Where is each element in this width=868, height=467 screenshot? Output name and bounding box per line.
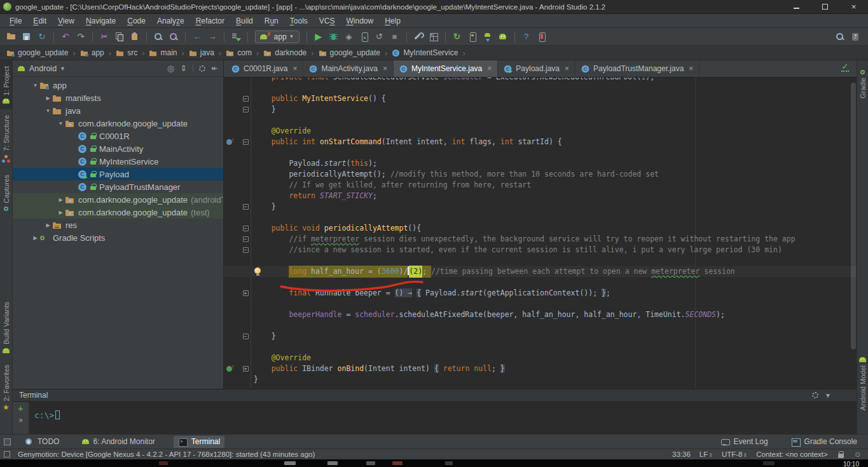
tab-myintentservice-java[interactable]: CMyIntentService.java× [394,60,498,77]
breadcrumb-item-google-update[interactable]: google_update [5,48,69,57]
settings-icon[interactable] [413,31,424,43]
tab-payloadtrustmanager-java[interactable]: CPayloadTrustManager.java× [575,60,699,77]
menu-item-help[interactable]: Help [379,15,406,27]
code-line[interactable]: + final Runnable beeper = () → { Payload… [224,288,857,299]
code-line[interactable]: − //if meterpreter session dies unexpect… [224,234,857,245]
tree-item-com-darknode-google-update-test[interactable]: ▶com.darknode.google_update(test) [13,206,223,219]
locate-icon[interactable]: ◎ [167,64,174,73]
code-line[interactable] [224,342,857,353]
tool-window-button-todo[interactable]: TODO [20,436,64,448]
collapse-all-icon[interactable]: ↞ [211,64,218,73]
tool-window-button-6-android-monitor[interactable]: 6: Android Monitor [78,436,159,447]
breadcrumb-item-java[interactable]: java [188,48,216,57]
paste-icon[interactable] [129,31,141,43]
breadcrumb-item-darknode[interactable]: darknode [262,48,308,57]
tab-c0001r-java[interactable]: CC0001R.java× [226,60,303,77]
tool-window-button-terminal[interactable]: Terminal [174,436,224,448]
tree-item-payloadtrustmanager[interactable]: CPayloadTrustManager [13,180,223,193]
fold-marker[interactable]: − [243,107,249,112]
tree-item-res[interactable]: ▶res [13,219,223,231]
fold-marker[interactable]: − [243,204,249,210]
close-icon[interactable]: × [689,65,693,72]
code-line[interactable] [224,83,857,93]
line-separator-selector[interactable]: LF⇕ [699,450,713,458]
menu-item-code[interactable]: Code [121,15,151,27]
caret-position[interactable]: 33:36 [672,450,691,458]
tree-item-c0001r[interactable]: CC0001R [13,130,223,142]
intention-bulb-icon[interactable] [254,267,261,274]
expand-arrow-icon[interactable]: ▶ [43,222,53,228]
copy-icon[interactable] [114,31,125,43]
code-line[interactable]: // If we get killed, after returning fro… [224,180,857,191]
close-icon[interactable]: × [293,65,297,72]
search-everywhere-icon[interactable] [834,31,846,43]
maximize-button[interactable] [811,0,839,13]
project-structure-icon[interactable] [428,31,439,43]
overrides-method-icon[interactable] [226,366,232,372]
gradle-sync-icon[interactable]: ↻ [451,31,463,43]
tree-item-payload[interactable]: CPayload [13,168,223,180]
forward-icon[interactable]: → [207,31,218,43]
save-all-icon[interactable] [21,31,32,43]
tool-window-button-gradle-console[interactable]: Gradle Console [787,436,862,448]
gear-icon[interactable] [199,65,205,72]
replace-icon[interactable] [168,31,179,43]
tool-window-switcher-icon[interactable] [4,438,11,445]
minimize-button[interactable] [782,0,811,13]
close-icon[interactable]: × [487,65,492,72]
code-line[interactable]: − } [224,104,857,115]
code-line[interactable]: return START_STICKY; [224,191,857,201]
screen-capture-icon[interactable] [536,31,548,43]
tree-item-app[interactable]: ▼app [13,79,223,91]
code-line[interactable]: @Override [224,353,857,363]
code-line[interactable]: − } [224,201,857,212]
find-icon[interactable] [153,31,164,43]
close-button[interactable]: × [839,0,868,13]
code-line[interactable] [224,115,857,126]
menu-item-navigate[interactable]: Navigate [80,15,121,27]
menu-item-run[interactable]: Run [259,15,284,27]
project-view-mode[interactable]: Android [29,64,57,73]
lock-icon[interactable] [837,450,845,459]
code-line[interactable] [224,212,857,223]
tree-item-gradle-scripts[interactable]: ▶Gradle Scripts [13,231,223,244]
redo-icon[interactable]: ↷ [75,31,86,43]
fold-marker[interactable]: − [243,139,249,145]
editor[interactable]: CC0001R.java×CMainActivity.java×CMyInten… [224,60,857,389]
chevrons-icon[interactable]: » [18,417,23,423]
collapse-arrow-icon[interactable]: ▼ [43,108,53,114]
code-line[interactable] [224,147,857,158]
new-session-icon[interactable]: + [18,405,24,412]
fold-marker[interactable]: − [243,247,249,253]
breadcrumb-item-main[interactable]: main [148,48,178,57]
collapse-arrow-icon[interactable]: ▼ [31,83,40,88]
status-toggle-icon[interactable] [4,451,10,457]
menu-item-file[interactable]: File [4,15,27,27]
tool-stripe-button-7-structure[interactable]: 7: Structure [0,109,12,169]
menu-item-view[interactable]: View [52,15,80,27]
fold-marker[interactable]: − [243,96,249,102]
code-line[interactable]: Payload.start(this); [224,158,857,169]
code-line[interactable]: } [224,374,857,385]
run-config-selector[interactable]: ✗app▼ [255,30,300,43]
code-line[interactable]: − public void periodicallyAttempt(){ [224,223,857,234]
synchronize-icon[interactable]: ↻ [36,31,48,43]
run-coverage-icon[interactable]: ◈ [343,31,355,43]
tool-stripe-button-gradle[interactable]: Gradle [857,64,868,104]
breadcrumb-item-com[interactable]: com [224,48,253,57]
cut-icon[interactable]: ✂ [99,31,110,43]
sdk-manager-icon[interactable] [482,31,493,43]
menu-item-build[interactable]: Build [230,15,259,27]
context-selector[interactable]: Context: <no context> [756,450,828,458]
run-icon[interactable]: ▶ [313,31,324,43]
tool-stripe-button-1-project[interactable]: 1: Project [0,60,12,109]
profile-icon[interactable] [850,31,861,43]
breadcrumb-item-src[interactable]: src [114,48,139,57]
fold-marker[interactable]: + [243,290,249,296]
breadcrumb-item-app[interactable]: app [79,48,106,57]
tree-item-com-darknode-google-update[interactable]: ▼com.darknode.google_update [13,117,223,130]
help-icon[interactable]: ? [521,31,532,43]
back-icon[interactable]: ← [191,31,203,43]
attach-debugger-icon[interactable] [359,31,370,43]
inspection-status-icon[interactable]: ✓ [841,64,849,72]
